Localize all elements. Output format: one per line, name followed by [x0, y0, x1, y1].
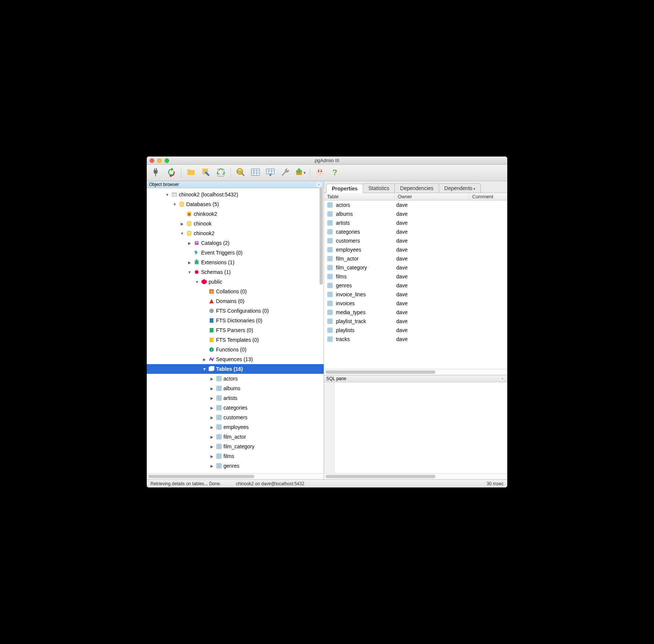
chevron-right-icon[interactable]: ▶ — [202, 357, 207, 362]
chevron-right-icon[interactable]: ▶ — [180, 222, 185, 226]
tree-node[interactable]: ▶genres — [147, 461, 324, 471]
chevron-right-icon[interactable]: ▶ — [209, 386, 215, 391]
tree-node-label: FTS Dictionaries (0) — [216, 318, 262, 323]
chevron-right-icon[interactable]: ▶ — [209, 425, 215, 429]
plugins-button[interactable]: ▼ — [293, 167, 307, 179]
zoom-window-button[interactable] — [165, 158, 169, 163]
drop-button[interactable] — [214, 167, 228, 179]
tab-properties[interactable]: Properties — [326, 184, 363, 193]
tree-node[interactable]: ▶artists — [147, 393, 324, 403]
tree-node[interactable]: ▼chinook2 — [147, 228, 324, 238]
tree-node[interactable]: chinkook2 — [147, 209, 324, 219]
tree-node[interactable]: ▼Schemas (1) — [147, 267, 324, 277]
chevron-down-icon[interactable]: ▼ — [194, 280, 200, 284]
tree-node-label: Extensions (1) — [201, 259, 234, 265]
sql-editor[interactable] — [324, 382, 507, 473]
properties-grid[interactable]: Table Owner Comment actorsdavealbumsdave… — [324, 193, 507, 375]
tree-vertical-scrollbar[interactable] — [320, 188, 323, 285]
chevron-right-icon[interactable]: ▶ — [209, 406, 215, 410]
tree-node[interactable]: ACollations (0) — [147, 287, 324, 296]
close-panel-button[interactable]: × — [316, 182, 321, 187]
object-tree[interactable]: ▼chinook2 (localhost:5432)▼Databases (5)… — [147, 188, 324, 473]
chevron-right-icon[interactable]: ▶ — [209, 445, 215, 449]
table-row[interactable]: genresdave — [324, 281, 507, 290]
column-header-table[interactable]: Table — [324, 193, 395, 200]
tab-dependents[interactable]: Dependents — [439, 183, 481, 193]
table-row[interactable]: playlistsdave — [324, 326, 507, 335]
tree-node[interactable]: ▼Databases (5) — [147, 199, 324, 209]
chevron-right-icon[interactable]: ▶ — [187, 261, 192, 265]
chevron-right-icon[interactable]: ▶ — [209, 416, 215, 420]
tree-node[interactable]: ▶Sequences (13) — [147, 354, 324, 364]
chevron-right-icon[interactable]: ▶ — [187, 241, 192, 245]
maintenance-button[interactable] — [279, 167, 292, 179]
table-row[interactable]: film_categorydave — [324, 263, 507, 272]
help-button[interactable]: ? — [328, 167, 342, 179]
chevron-right-icon[interactable]: ▶ — [209, 396, 215, 400]
table-row[interactable]: employeesdave — [324, 245, 507, 254]
table-row[interactable]: playlist_trackdave — [324, 317, 507, 326]
column-header-comment[interactable]: Comment — [469, 193, 507, 200]
tree-node[interactable]: ▼public — [147, 277, 324, 287]
table-row[interactable]: customersdave — [324, 236, 507, 245]
tree-node[interactable]: ▶film_actor — [147, 432, 324, 442]
tab-dependencies[interactable]: Dependencies — [394, 183, 439, 193]
execute-script-button[interactable] — [199, 167, 213, 179]
tree-node[interactable]: ▶films — [147, 451, 324, 461]
tree-node[interactable]: FTS Parsers (0) — [147, 325, 324, 335]
guru-hint-button[interactable] — [313, 167, 327, 179]
table-icon — [216, 453, 222, 459]
tree-node[interactable]: fFunctions (0) — [147, 345, 324, 354]
column-header-owner[interactable]: Owner — [395, 193, 469, 200]
table-row[interactable]: actorsdave — [324, 201, 507, 209]
tab-statistics[interactable]: Statistics — [363, 183, 395, 193]
table-row[interactable]: filmsdave — [324, 272, 507, 281]
filter-data-button[interactable] — [264, 167, 277, 179]
chevron-right-icon[interactable]: ▶ — [209, 464, 215, 468]
chevron-down-icon[interactable]: ▼ — [165, 193, 170, 197]
chevron-right-icon[interactable]: ▶ — [209, 435, 215, 439]
tree-node[interactable]: FTS Configurations (0) — [147, 306, 324, 316]
chevron-down-icon[interactable]: ▼ — [202, 367, 207, 371]
table-row[interactable]: albumsdave — [324, 209, 507, 218]
chevron-right-icon[interactable]: ▶ — [209, 377, 215, 381]
open-button[interactable] — [184, 167, 198, 179]
tree-node[interactable]: FTS Templates (0) — [147, 335, 324, 345]
table-row[interactable]: invoice_linesdave — [324, 290, 507, 299]
tree-node[interactable]: ▶chinook — [147, 219, 324, 228]
tree-node[interactable]: ▶albums — [147, 383, 324, 393]
tree-node[interactable]: Domains (0) — [147, 296, 324, 306]
view-data-button[interactable] — [249, 167, 262, 179]
connect-button[interactable] — [150, 167, 163, 179]
minimize-window-button[interactable] — [157, 158, 162, 163]
tree-node[interactable]: ▶customers — [147, 413, 324, 422]
table-row[interactable]: media_typesdave — [324, 308, 507, 317]
tree-node-label: chinook2 — [194, 230, 215, 236]
tree-node[interactable]: ▶employees — [147, 422, 324, 432]
tree-node[interactable]: ▶Catalogs (2) — [147, 238, 324, 248]
chevron-down-icon[interactable]: ▼ — [172, 202, 177, 206]
table-row[interactable]: invoicesdave — [324, 299, 507, 308]
close-sql-pane-button[interactable]: × — [500, 376, 505, 381]
close-window-button[interactable] — [150, 158, 154, 163]
table-row[interactable]: categoriesdave — [324, 227, 507, 236]
tree-node[interactable]: ▼Tables (16) — [147, 364, 324, 374]
sql-horizontal-scrollbar[interactable] — [324, 473, 507, 479]
tree-node[interactable]: ▶film_category — [147, 442, 324, 451]
sql-query-button[interactable]: SQL — [234, 167, 247, 179]
tree-node[interactable]: FTS Dictionaries (0) — [147, 316, 324, 325]
table-row[interactable]: tracksdave — [324, 335, 507, 344]
tree-node[interactable]: ▼chinook2 (localhost:5432) — [147, 190, 324, 199]
refresh-button[interactable] — [165, 167, 178, 179]
chevron-right-icon[interactable]: ▶ — [209, 454, 215, 458]
chevron-down-icon[interactable]: ▼ — [187, 270, 192, 274]
tree-node[interactable]: ▶categories — [147, 403, 324, 413]
grid-horizontal-scrollbar[interactable] — [324, 369, 507, 375]
tree-node[interactable]: ▶actors — [147, 374, 324, 383]
chevron-down-icon[interactable]: ▼ — [180, 231, 185, 236]
tree-horizontal-scrollbar[interactable] — [147, 473, 324, 479]
tree-node[interactable]: ▶Extensions (1) — [147, 258, 324, 267]
table-row[interactable]: film_actordave — [324, 254, 507, 263]
tree-node[interactable]: Event Triggers (0) — [147, 248, 324, 258]
table-row[interactable]: artistsdave — [324, 218, 507, 227]
